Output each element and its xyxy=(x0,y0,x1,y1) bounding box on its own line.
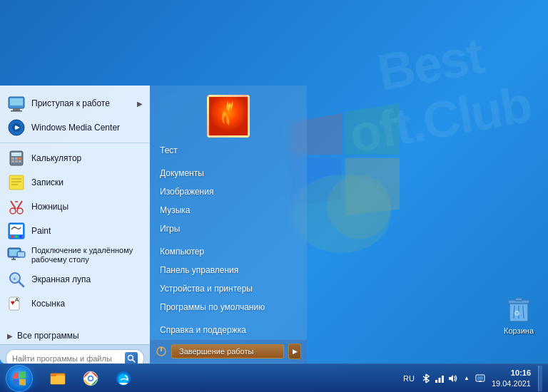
monitor-icon[interactable] xyxy=(475,373,486,384)
menu-divider-1 xyxy=(0,143,150,143)
paint-icon xyxy=(7,222,26,240)
taskbar-apps xyxy=(39,364,395,392)
remote-icon xyxy=(7,246,26,264)
svg-point-29 xyxy=(10,208,16,214)
svg-rect-23 xyxy=(15,160,18,163)
right-menu-music[interactable]: Музыка xyxy=(150,201,307,220)
svg-line-54 xyxy=(133,360,136,363)
menu-item-solitaire[interactable]: ♥ A Косынка xyxy=(0,292,150,316)
svg-rect-67 xyxy=(438,378,440,383)
recycle-bin-image: ♻ xyxy=(505,294,532,324)
sticky-notes-icon xyxy=(7,173,26,192)
svg-rect-11 xyxy=(13,108,20,110)
svg-rect-24 xyxy=(19,160,21,163)
menu-item-snipping[interactable]: Ножницы xyxy=(0,195,150,219)
right-menu-games[interactable]: Игры xyxy=(150,220,307,238)
svg-rect-20 xyxy=(15,158,18,160)
start-orb[interactable] xyxy=(6,365,33,392)
start-menu: Приступая к работе ▶ Windows Media Cente… xyxy=(0,86,307,363)
svg-text:A: A xyxy=(15,296,19,303)
svg-rect-4 xyxy=(515,298,522,301)
windows-logo-icon xyxy=(11,371,27,386)
shutdown-arrow-btn[interactable]: ▶ xyxy=(288,344,301,359)
user-icon[interactable] xyxy=(207,95,250,138)
tray-time[interactable]: 10:16 19.04.2021 xyxy=(489,368,534,388)
taskbar-explorer[interactable] xyxy=(42,366,73,391)
getting-started-label: Приступая к работе xyxy=(31,98,110,108)
menu-item-getting-started[interactable]: Приступая к работе ▶ xyxy=(0,91,150,115)
svg-rect-10 xyxy=(10,98,23,105)
right-menu-default-programs[interactable]: Программы по умолчанию xyxy=(150,298,307,316)
svg-point-1 xyxy=(327,175,391,239)
computer-label: Компьютер xyxy=(160,247,204,257)
menu-item-remote[interactable]: Подключение к удалённому рабочему столу xyxy=(0,243,150,267)
svg-rect-25 xyxy=(9,175,24,190)
right-menu-control-panel[interactable]: Панель управления xyxy=(150,261,307,279)
magnifier-label: Экранная лупа xyxy=(31,274,91,284)
menu-item-media-center[interactable]: Windows Media Center xyxy=(0,115,150,140)
recycle-bin-icon[interactable]: ♻ Корзина xyxy=(504,294,534,335)
svg-rect-12 xyxy=(11,110,22,112)
desktop: Best oft.Club xyxy=(0,0,548,392)
svg-rect-42 xyxy=(18,252,24,257)
system-tray: RU xyxy=(395,364,548,392)
svg-rect-68 xyxy=(442,376,444,383)
all-programs[interactable]: ▶ Все программы xyxy=(0,327,150,344)
search-box xyxy=(6,349,144,363)
calculator-icon xyxy=(7,149,26,167)
svg-line-47 xyxy=(19,282,24,287)
menu-item-paint[interactable]: Paint xyxy=(0,219,150,243)
tray-date-value: 19.04.2021 xyxy=(492,378,531,388)
svg-point-36 xyxy=(11,235,14,238)
tray-language[interactable]: RU xyxy=(400,374,417,383)
svg-point-38 xyxy=(19,235,22,238)
getting-started-arrow: ▶ xyxy=(137,100,143,108)
snipping-icon xyxy=(7,197,26,216)
svg-rect-21 xyxy=(19,158,21,160)
right-menu-username[interactable]: Тест xyxy=(150,141,307,160)
svg-rect-60 xyxy=(51,373,56,376)
show-desktop-button[interactable] xyxy=(538,366,542,391)
svg-point-64 xyxy=(89,376,93,380)
search-input[interactable] xyxy=(12,354,122,363)
all-programs-arrow: ▶ xyxy=(7,332,13,340)
media-center-label: Windows Media Center xyxy=(31,123,120,133)
tray-icons: ▲ xyxy=(420,373,486,384)
right-menu-images[interactable]: Изображения xyxy=(150,182,307,201)
media-center-icon xyxy=(7,118,26,137)
bluetooth-icon[interactable] xyxy=(420,373,432,384)
music-label: Музыка xyxy=(160,205,190,215)
svg-rect-71 xyxy=(477,376,483,380)
right-menu-computer[interactable]: Компьютер xyxy=(150,242,307,261)
volume-icon[interactable] xyxy=(447,373,459,384)
taskbar-chrome[interactable] xyxy=(75,366,106,391)
user-icon-area xyxy=(150,89,307,141)
images-label: Изображения xyxy=(160,187,213,197)
right-menu-devices[interactable]: Устройства и принтеры xyxy=(150,279,307,298)
start-menu-right-panel: Тест Документы Изображения Музыка Игры К… xyxy=(150,86,307,363)
solitaire-label: Косынка xyxy=(31,299,65,309)
menu-item-sticky-notes[interactable]: Записки xyxy=(0,170,150,195)
menu-item-magnifier[interactable]: + Экранная лупа xyxy=(0,267,150,292)
paint-label: Paint xyxy=(31,226,51,236)
svg-text:♻: ♻ xyxy=(514,309,520,317)
magnifier-icon: + xyxy=(7,270,26,289)
calculator-label: Калькулятор xyxy=(31,153,81,163)
username-label: Тест xyxy=(160,145,178,155)
network-icon[interactable] xyxy=(434,373,445,384)
svg-rect-59 xyxy=(51,376,65,384)
remote-label: Подключение к удалённому рабочему столу xyxy=(31,246,143,264)
right-menu-help[interactable]: Справка и поддержка xyxy=(150,321,307,339)
shutdown-button[interactable]: Завершение работы xyxy=(171,344,284,359)
start-button[interactable] xyxy=(0,364,39,393)
tray-arrow-icon[interactable]: ▲ xyxy=(461,373,472,384)
start-menu-left-panel: Приступая к работе ▶ Windows Media Cente… xyxy=(0,86,150,363)
taskbar-edge[interactable] xyxy=(108,366,139,391)
search-button[interactable] xyxy=(125,352,138,363)
devices-label: Устройства и принтеры xyxy=(160,284,253,294)
menu-item-calculator[interactable]: Калькулятор xyxy=(0,146,150,170)
getting-started-icon xyxy=(7,94,26,113)
right-menu-documents[interactable]: Документы xyxy=(150,164,307,182)
svg-marker-69 xyxy=(449,375,453,382)
control-panel-label: Панель управления xyxy=(160,265,238,275)
